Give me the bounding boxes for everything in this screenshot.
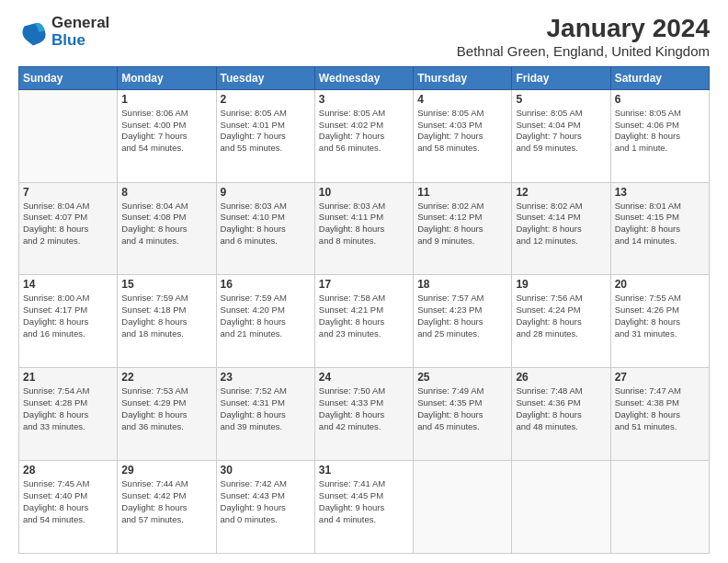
header-row: SundayMondayTuesdayWednesdayThursdayFrid… xyxy=(19,66,710,89)
day-number: 4 xyxy=(417,93,507,106)
day-number: 5 xyxy=(516,93,606,106)
day-info: Sunrise: 7:44 AMSunset: 4:42 PMDaylight:… xyxy=(121,478,211,525)
day-number: 22 xyxy=(121,371,211,384)
day-number: 15 xyxy=(121,278,211,291)
calendar-cell: 7Sunrise: 8:04 AMSunset: 4:07 PMDaylight… xyxy=(19,182,118,275)
day-number: 10 xyxy=(319,186,409,199)
day-number: 12 xyxy=(516,186,606,199)
calendar-cell: 14Sunrise: 8:00 AMSunset: 4:17 PMDayligh… xyxy=(19,275,118,368)
day-info: Sunrise: 8:04 AMSunset: 4:07 PMDaylight:… xyxy=(23,201,113,247)
day-info: Sunrise: 7:48 AMSunset: 4:36 PMDaylight:… xyxy=(516,385,606,432)
header: General Blue January 2024 Bethnal Green,… xyxy=(18,15,710,59)
day-number: 23 xyxy=(221,371,311,384)
calendar-cell: 31Sunrise: 7:41 AMSunset: 4:45 PMDayligh… xyxy=(314,461,413,554)
logo: General Blue xyxy=(18,15,109,49)
day-number: 7 xyxy=(23,186,113,199)
calendar-cell: 19Sunrise: 7:56 AMSunset: 4:24 PMDayligh… xyxy=(512,275,610,368)
logo-general: General xyxy=(51,15,109,32)
calendar-cell: 13Sunrise: 8:01 AMSunset: 4:15 PMDayligh… xyxy=(610,182,709,275)
day-info: Sunrise: 7:50 AMSunset: 4:33 PMDaylight:… xyxy=(319,385,409,432)
day-info: Sunrise: 7:49 AMSunset: 4:35 PMDaylight:… xyxy=(417,385,507,432)
calendar-cell: 11Sunrise: 8:02 AMSunset: 4:12 PMDayligh… xyxy=(414,182,512,275)
day-info: Sunrise: 8:00 AMSunset: 4:17 PMDaylight:… xyxy=(23,293,113,339)
calendar-cell: 15Sunrise: 7:59 AMSunset: 4:18 PMDayligh… xyxy=(118,275,216,368)
calendar-cell: 30Sunrise: 7:42 AMSunset: 4:43 PMDayligh… xyxy=(216,461,314,554)
calendar-cell: 18Sunrise: 7:57 AMSunset: 4:23 PMDayligh… xyxy=(414,275,512,368)
day-number: 1 xyxy=(121,93,211,106)
calendar-cell: 12Sunrise: 8:02 AMSunset: 4:14 PMDayligh… xyxy=(512,182,610,275)
day-info: Sunrise: 8:05 AMSunset: 4:02 PMDaylight:… xyxy=(319,108,409,155)
day-number: 25 xyxy=(417,371,507,384)
day-info: Sunrise: 8:05 AMSunset: 4:01 PMDaylight:… xyxy=(221,108,311,155)
logo-icon xyxy=(18,17,48,47)
day-info: Sunrise: 8:03 AMSunset: 4:10 PMDaylight:… xyxy=(221,201,311,247)
day-number: 20 xyxy=(615,278,705,291)
day-number: 29 xyxy=(121,464,211,477)
day-number: 3 xyxy=(319,93,409,106)
day-number: 6 xyxy=(615,93,705,106)
day-info: Sunrise: 8:06 AMSunset: 4:00 PMDaylight:… xyxy=(121,108,211,155)
calendar-cell: 23Sunrise: 7:52 AMSunset: 4:31 PMDayligh… xyxy=(216,368,314,461)
day-info: Sunrise: 8:02 AMSunset: 4:12 PMDaylight:… xyxy=(417,201,507,247)
day-info: Sunrise: 8:01 AMSunset: 4:15 PMDaylight:… xyxy=(615,201,705,247)
calendar-week-row: 28Sunrise: 7:45 AMSunset: 4:40 PMDayligh… xyxy=(19,461,710,554)
calendar-cell: 17Sunrise: 7:58 AMSunset: 4:21 PMDayligh… xyxy=(314,275,413,368)
day-info: Sunrise: 8:02 AMSunset: 4:14 PMDaylight:… xyxy=(516,201,606,247)
column-header-monday: Monday xyxy=(118,66,216,89)
day-info: Sunrise: 7:59 AMSunset: 4:20 PMDaylight:… xyxy=(221,293,311,339)
day-info: Sunrise: 7:52 AMSunset: 4:31 PMDaylight:… xyxy=(221,385,311,432)
day-number: 11 xyxy=(417,186,507,199)
day-info: Sunrise: 8:05 AMSunset: 4:06 PMDaylight:… xyxy=(615,108,705,155)
calendar-cell: 10Sunrise: 8:03 AMSunset: 4:11 PMDayligh… xyxy=(314,182,413,275)
day-info: Sunrise: 8:05 AMSunset: 4:03 PMDaylight:… xyxy=(417,108,507,155)
day-number: 8 xyxy=(121,186,211,199)
page-subtitle: Bethnal Green, England, United Kingdom xyxy=(457,43,710,59)
column-header-thursday: Thursday xyxy=(414,66,512,89)
day-info: Sunrise: 7:56 AMSunset: 4:24 PMDaylight:… xyxy=(516,293,606,339)
day-number: 19 xyxy=(516,278,606,291)
calendar-cell: 3Sunrise: 8:05 AMSunset: 4:02 PMDaylight… xyxy=(314,89,413,182)
calendar-cell: 20Sunrise: 7:55 AMSunset: 4:26 PMDayligh… xyxy=(610,275,709,368)
day-info: Sunrise: 8:04 AMSunset: 4:08 PMDaylight:… xyxy=(121,201,211,247)
calendar-cell: 16Sunrise: 7:59 AMSunset: 4:20 PMDayligh… xyxy=(216,275,314,368)
calendar-cell: 26Sunrise: 7:48 AMSunset: 4:36 PMDayligh… xyxy=(512,368,610,461)
calendar-cell: 28Sunrise: 7:45 AMSunset: 4:40 PMDayligh… xyxy=(19,461,118,554)
calendar-cell xyxy=(19,89,118,182)
calendar-week-row: 21Sunrise: 7:54 AMSunset: 4:28 PMDayligh… xyxy=(19,368,710,461)
day-number: 24 xyxy=(319,371,409,384)
column-header-saturday: Saturday xyxy=(610,66,709,89)
calendar-body: 1Sunrise: 8:06 AMSunset: 4:00 PMDaylight… xyxy=(19,89,710,553)
day-info: Sunrise: 7:41 AMSunset: 4:45 PMDaylight:… xyxy=(319,478,409,525)
logo-text: General Blue xyxy=(51,15,109,49)
column-header-sunday: Sunday xyxy=(19,66,118,89)
calendar-cell xyxy=(414,461,512,554)
page: General Blue January 2024 Bethnal Green,… xyxy=(0,0,728,563)
day-info: Sunrise: 7:57 AMSunset: 4:23 PMDaylight:… xyxy=(417,293,507,339)
day-info: Sunrise: 8:03 AMSunset: 4:11 PMDaylight:… xyxy=(319,201,409,247)
page-title: January 2024 xyxy=(457,15,710,43)
day-info: Sunrise: 7:53 AMSunset: 4:29 PMDaylight:… xyxy=(121,385,211,432)
day-number: 18 xyxy=(417,278,507,291)
day-number: 2 xyxy=(221,93,311,106)
day-number: 14 xyxy=(23,278,113,291)
day-number: 28 xyxy=(23,464,113,477)
calendar-cell: 4Sunrise: 8:05 AMSunset: 4:03 PMDaylight… xyxy=(414,89,512,182)
day-info: Sunrise: 8:05 AMSunset: 4:04 PMDaylight:… xyxy=(516,108,606,155)
day-info: Sunrise: 7:54 AMSunset: 4:28 PMDaylight:… xyxy=(23,385,113,432)
calendar-header: SundayMondayTuesdayWednesdayThursdayFrid… xyxy=(19,66,710,89)
calendar-cell: 22Sunrise: 7:53 AMSunset: 4:29 PMDayligh… xyxy=(118,368,216,461)
calendar-cell: 24Sunrise: 7:50 AMSunset: 4:33 PMDayligh… xyxy=(314,368,413,461)
title-block: January 2024 Bethnal Green, England, Uni… xyxy=(457,15,710,59)
column-header-friday: Friday xyxy=(512,66,610,89)
calendar-cell: 8Sunrise: 8:04 AMSunset: 4:08 PMDaylight… xyxy=(118,182,216,275)
day-number: 21 xyxy=(23,371,113,384)
calendar-cell: 29Sunrise: 7:44 AMSunset: 4:42 PMDayligh… xyxy=(118,461,216,554)
day-number: 26 xyxy=(516,371,606,384)
calendar-cell: 5Sunrise: 8:05 AMSunset: 4:04 PMDaylight… xyxy=(512,89,610,182)
day-info: Sunrise: 7:47 AMSunset: 4:38 PMDaylight:… xyxy=(615,385,705,432)
calendar-cell xyxy=(610,461,709,554)
day-info: Sunrise: 7:59 AMSunset: 4:18 PMDaylight:… xyxy=(121,293,211,339)
calendar-cell: 27Sunrise: 7:47 AMSunset: 4:38 PMDayligh… xyxy=(610,368,709,461)
day-number: 17 xyxy=(319,278,409,291)
logo-blue: Blue xyxy=(51,32,109,50)
